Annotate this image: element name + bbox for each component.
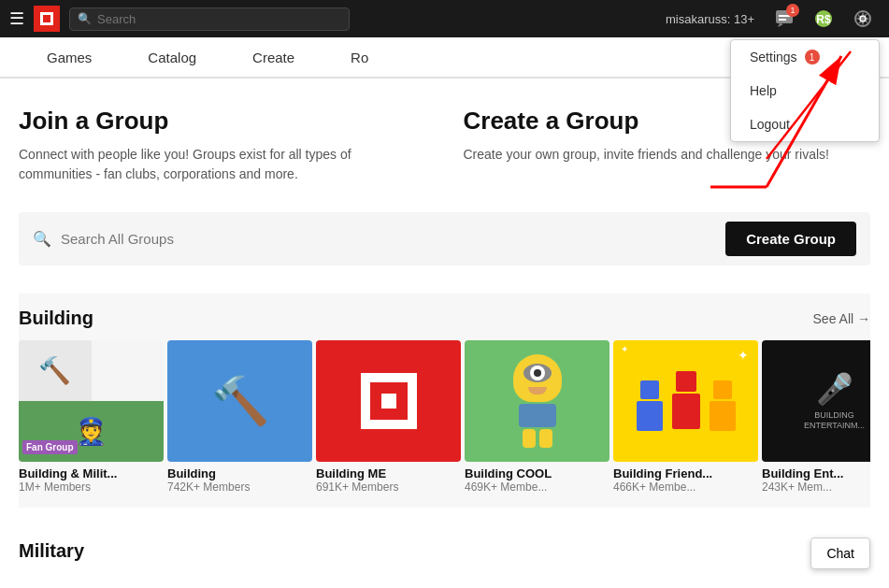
group-card-members-2: 742K+ Members xyxy=(167,480,312,494)
settings-label: Settings xyxy=(750,50,797,65)
group-card-img-3 xyxy=(316,340,461,462)
svg-rect-5 xyxy=(779,19,786,21)
group-card-name-1: Building & Milit... xyxy=(19,466,164,480)
menu-item-settings[interactable]: Settings 1 xyxy=(731,40,879,74)
group-card-building[interactable]: 🔨 Building 742K+ Members xyxy=(167,340,312,494)
help-label: Help xyxy=(750,83,777,98)
group-card-building-me[interactable]: Building ME 691K+ Members xyxy=(316,340,461,494)
hamburger-icon[interactable]: ☰ xyxy=(9,8,24,29)
group-search-section: 🔍 Create Group xyxy=(19,212,870,265)
group-card-members-1: 1M+ Members xyxy=(19,480,164,494)
settings-icon-button[interactable] xyxy=(846,2,880,36)
building-see-all-link[interactable]: See All → xyxy=(813,311,870,326)
settings-badge: 1 xyxy=(805,50,820,65)
building-category-title: Building xyxy=(19,308,93,329)
nav-search-input[interactable] xyxy=(97,12,341,26)
group-card-building-cool[interactable]: Building COOL 469K+ Membe... xyxy=(465,340,609,494)
chat-badge: 1 xyxy=(786,4,799,17)
menu-item-logout[interactable]: Logout xyxy=(731,108,879,141)
chat-icon-button[interactable]: 1 xyxy=(767,2,801,36)
group-card-img-4 xyxy=(465,340,609,462)
building-category-section: Building See All → 🔨 👮 Fan Group xyxy=(19,294,870,508)
group-search-bar: 🔍 xyxy=(33,230,725,248)
nav-search-icon: 🔍 xyxy=(78,12,92,25)
svg-text:R$: R$ xyxy=(816,13,831,26)
group-card-img-2: 🔨 xyxy=(167,340,312,462)
group-card-img-6: 🎤 BUILDINGENTERTAINM... xyxy=(762,340,870,462)
main-content: Join a Group Connect with people like yo… xyxy=(0,79,889,585)
group-card-members-3: 691K+ Members xyxy=(316,480,461,494)
roblox-logo xyxy=(34,6,60,32)
settings-section: Settings 1 Help Logout xyxy=(846,2,880,36)
join-group-desc: Connect with people like you! Groups exi… xyxy=(19,145,426,184)
top-nav: ☰ 🔍 misakaruss: 13+ 1 R$ xyxy=(0,0,889,37)
group-card-img-1: 🔨 👮 Fan Group xyxy=(19,340,164,462)
robux-icon: R$ xyxy=(813,8,834,29)
group-card-building-milit[interactable]: 🔨 👮 Fan Group Building & Milit... 1M+ Me… xyxy=(19,340,164,494)
nav-icons: 1 R$ xyxy=(767,2,880,36)
nav-create[interactable]: Create xyxy=(224,36,323,78)
building-group-cards: 🔨 👮 Fan Group Building & Milit... 1M+ Me… xyxy=(19,340,870,494)
search-bar-icon: 🔍 xyxy=(33,230,51,248)
group-card-img-5: ✦ ✦ xyxy=(613,340,758,462)
robux-icon-button[interactable]: R$ xyxy=(807,2,840,36)
group-card-name-4: Building COOL xyxy=(465,466,609,480)
nav-search-bar[interactable]: 🔍 xyxy=(69,7,350,31)
group-card-name-3: Building ME xyxy=(316,466,461,480)
group-card-name-6: Building Ent... xyxy=(762,466,870,480)
group-card-building-friend[interactable]: ✦ ✦ Building Friend... 466K+ Membe... xyxy=(613,340,758,494)
svg-rect-13 xyxy=(381,394,396,409)
nav-games[interactable]: Games xyxy=(19,36,120,78)
group-card-name-5: Building Friend... xyxy=(613,466,758,480)
group-card-name-2: Building xyxy=(167,466,312,480)
settings-gear-icon xyxy=(853,8,873,29)
group-card-members-5: 466K+ Membe... xyxy=(613,480,758,494)
group-card-members-6: 243K+ Mem... xyxy=(762,480,870,494)
military-category-title: Military xyxy=(19,540,84,561)
join-group-title: Join a Group xyxy=(19,107,426,136)
create-group-button[interactable]: Create Group xyxy=(725,222,856,256)
chat-bubble[interactable]: Chat xyxy=(810,538,870,569)
nav-ro[interactable]: Ro xyxy=(323,36,396,78)
create-group-desc: Create your own group, invite friends an… xyxy=(464,145,871,165)
nav-catalog[interactable]: Catalog xyxy=(120,36,224,78)
group-card-building-ent[interactable]: 🎤 BUILDINGENTERTAINM... Building Ent... … xyxy=(762,340,870,494)
group-card-members-4: 469K+ Membe... xyxy=(465,480,609,494)
settings-dropdown: Settings 1 Help Logout xyxy=(730,39,880,142)
logout-label: Logout xyxy=(750,117,790,132)
military-category-section: Military xyxy=(19,526,870,566)
menu-item-help[interactable]: Help xyxy=(731,74,879,108)
svg-rect-2 xyxy=(43,15,50,22)
building-category-header: Building See All → xyxy=(19,308,870,340)
nav-username: misakaruss: 13+ xyxy=(666,12,754,26)
roblox-square-icon xyxy=(361,373,417,429)
join-group-section: Join a Group Connect with people like yo… xyxy=(19,107,426,184)
group-search-input[interactable] xyxy=(61,231,725,247)
